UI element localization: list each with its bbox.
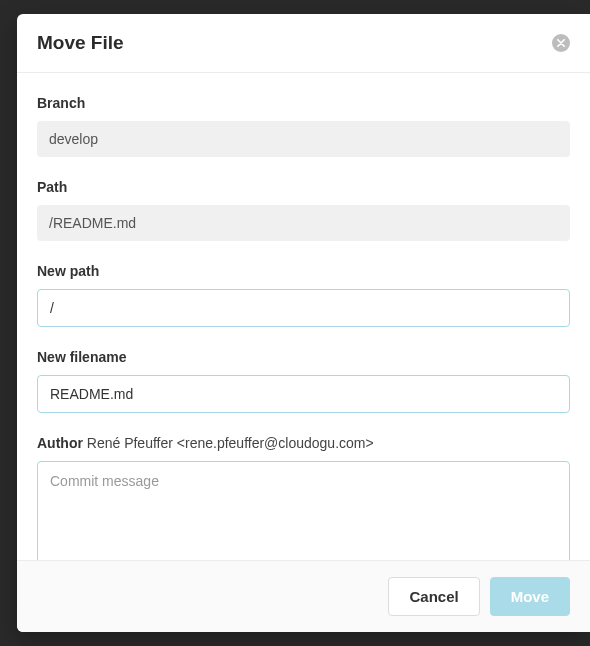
modal-title: Move File bbox=[37, 32, 124, 54]
commit-field: Author René Pfeuffer <rene.pfeuffer@clou… bbox=[37, 435, 570, 560]
close-button[interactable] bbox=[552, 34, 570, 52]
branch-value: develop bbox=[37, 121, 570, 157]
path-label: Path bbox=[37, 179, 570, 195]
close-icon bbox=[557, 39, 565, 47]
new-filename-label: New filename bbox=[37, 349, 570, 365]
path-value: /README.md bbox=[37, 205, 570, 241]
author-value: René Pfeuffer <rene.pfeuffer@cloudogu.co… bbox=[87, 435, 374, 451]
new-path-input[interactable] bbox=[37, 289, 570, 327]
modal-footer: Cancel Move bbox=[17, 560, 590, 632]
new-filename-input[interactable] bbox=[37, 375, 570, 413]
path-field: Path /README.md bbox=[37, 179, 570, 241]
author-line: Author René Pfeuffer <rene.pfeuffer@clou… bbox=[37, 435, 570, 451]
commit-message-input[interactable] bbox=[37, 461, 570, 560]
cancel-button[interactable]: Cancel bbox=[388, 577, 479, 616]
branch-label: Branch bbox=[37, 95, 570, 111]
move-file-modal: Move File Branch develop Path /README.md… bbox=[17, 14, 590, 632]
move-button[interactable]: Move bbox=[490, 577, 570, 616]
modal-header: Move File bbox=[17, 14, 590, 73]
new-filename-field: New filename bbox=[37, 349, 570, 413]
new-path-field: New path bbox=[37, 263, 570, 327]
modal-body: Branch develop Path /README.md New path … bbox=[17, 73, 590, 560]
branch-field: Branch develop bbox=[37, 95, 570, 157]
author-label: Author bbox=[37, 435, 83, 451]
new-path-label: New path bbox=[37, 263, 570, 279]
